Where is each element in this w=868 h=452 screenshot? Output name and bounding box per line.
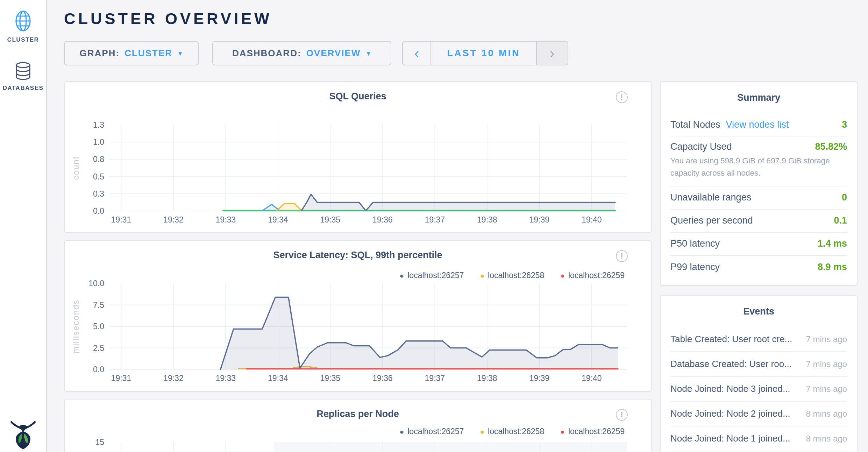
- events-title: Events: [670, 296, 847, 327]
- time-range-selector: ‹ LAST 10 MIN ›: [402, 41, 568, 65]
- list-item: Table Created: User root cre... 7 mins a…: [670, 327, 847, 352]
- svg-text:0.0: 0.0: [93, 365, 104, 374]
- svg-text:19:35: 19:35: [320, 215, 341, 224]
- sidebar: CLUSTER DATABASES: [0, 0, 47, 452]
- databases-icon: [15, 62, 31, 80]
- list-item: Database Created: User roo... 7 mins ago: [670, 352, 847, 377]
- toolbar: GRAPH: CLUSTER ▼ DASHBOARD: OVERVIEW ▼ ‹…: [64, 41, 568, 65]
- time-range-button[interactable]: LAST 10 MIN: [431, 42, 537, 65]
- svg-text:19:36: 19:36: [372, 374, 393, 383]
- dashboard-dropdown-value: OVERVIEW: [306, 48, 361, 59]
- svg-text:19:31: 19:31: [111, 215, 131, 224]
- svg-text:0.3: 0.3: [93, 189, 104, 198]
- svg-text:7.5: 7.5: [93, 301, 104, 310]
- main-content: CLUSTER OVERVIEW GRAPH: CLUSTER ▼ DASHBO…: [47, 0, 868, 452]
- svg-text:0.5: 0.5: [93, 172, 104, 181]
- sql-queries-chart: 19:3119:3219:3319:3419:3519:3619:3719:38…: [65, 82, 652, 234]
- svg-text:10.0: 10.0: [88, 279, 104, 288]
- svg-text:0.0: 0.0: [93, 206, 104, 216]
- summary-value: 0: [842, 192, 847, 203]
- summary-row-capacity-used: Capacity Used 85.82% You are using 598.9…: [670, 136, 847, 186]
- svg-text:0.8: 0.8: [93, 155, 104, 164]
- svg-text:19:34: 19:34: [268, 215, 288, 224]
- svg-text:19:36: 19:36: [372, 215, 393, 224]
- summary-row-p99-latency: P99 latency 8.9 ms: [670, 256, 847, 279]
- list-item: Node Joined: Node 2 joined... 8 mins ago: [670, 402, 847, 426]
- summary-row-unavailable-ranges: Unavailable ranges 0: [670, 186, 847, 210]
- summary-value: 0.1: [834, 215, 847, 226]
- view-nodes-list-link[interactable]: View nodes list: [726, 119, 789, 130]
- sidebar-item-databases[interactable]: DATABASES: [0, 62, 46, 92]
- list-item: Node Joined: Node 1 joined... 8 mins ago: [670, 426, 847, 451]
- svg-text:19:39: 19:39: [529, 215, 550, 224]
- svg-text:19:40: 19:40: [582, 215, 602, 224]
- chevron-down-icon: ▼: [365, 50, 371, 57]
- time-forward-button[interactable]: ›: [537, 42, 568, 65]
- graph-dropdown[interactable]: GRAPH: CLUSTER ▼: [64, 41, 199, 65]
- svg-text:1.0: 1.0: [93, 137, 104, 147]
- graph-dropdown-label: GRAPH:: [79, 48, 120, 59]
- capacity-caption: You are using 598.9 GiB of 697.9 GiB sto…: [670, 155, 847, 179]
- page-title: CLUSTER OVERVIEW: [64, 10, 272, 28]
- dashboard-dropdown[interactable]: DASHBOARD: OVERVIEW ▼: [212, 41, 391, 65]
- replicas-per-node-chart: 1510: [65, 400, 652, 452]
- svg-text:19:32: 19:32: [163, 374, 184, 383]
- svg-text:19:40: 19:40: [582, 374, 602, 383]
- summary-value: 3: [842, 119, 847, 130]
- svg-text:count: count: [71, 156, 80, 180]
- sidebar-item-cluster[interactable]: CLUSTER: [0, 10, 46, 43]
- svg-text:19:37: 19:37: [425, 374, 445, 383]
- list-item: Node Joined: Node 3 joined... 7 mins ago: [670, 377, 847, 402]
- chevron-left-icon: ‹: [414, 45, 419, 61]
- globe-icon: [15, 10, 31, 32]
- svg-text:19:32: 19:32: [163, 215, 184, 224]
- svg-text:milliseconds: milliseconds: [71, 299, 80, 354]
- summary-row-p50-latency: P50 latency 1.4 ms: [670, 233, 847, 256]
- sidebar-item-label: DATABASES: [0, 85, 46, 92]
- svg-text:19:34: 19:34: [268, 374, 288, 383]
- svg-text:5.0: 5.0: [93, 322, 104, 331]
- service-latency-chart: 19:3119:3219:3319:3419:3519:3619:3719:38…: [65, 241, 652, 393]
- summary-value: 8.9 ms: [818, 262, 847, 273]
- replicas-per-node-card: Replicas per Node ! ● localhost:26257 ● …: [64, 399, 652, 452]
- graph-dropdown-value: CLUSTER: [124, 48, 172, 59]
- summary-value: 85.82%: [815, 141, 847, 152]
- time-back-button[interactable]: ‹: [403, 42, 431, 65]
- svg-text:19:35: 19:35: [320, 374, 341, 383]
- chevron-right-icon: ›: [550, 45, 554, 61]
- svg-text:19:38: 19:38: [477, 374, 497, 383]
- chevron-down-icon: ▼: [177, 50, 183, 57]
- cockroachdb-logo: [9, 419, 37, 450]
- svg-text:19:39: 19:39: [529, 374, 550, 383]
- sql-queries-card: SQL Queries ! 19:3119:3219:3319:3419:351…: [64, 81, 652, 233]
- svg-text:19:33: 19:33: [216, 215, 236, 224]
- svg-text:19:38: 19:38: [477, 215, 497, 224]
- summary-row-total-nodes: Total Nodes View nodes list 3: [670, 113, 847, 136]
- svg-text:19:37: 19:37: [425, 215, 445, 224]
- service-latency-card: Service Latency: SQL, 99th percentile ! …: [64, 240, 652, 392]
- dashboard-dropdown-label: DASHBOARD:: [232, 48, 301, 59]
- svg-text:19:33: 19:33: [216, 374, 236, 383]
- summary-value: 1.4 ms: [818, 238, 847, 249]
- summary-panel: Summary Total Nodes View nodes list 3 Ca…: [660, 81, 858, 286]
- svg-text:1.3: 1.3: [93, 120, 104, 129]
- svg-text:15: 15: [95, 438, 104, 447]
- svg-text:2.5: 2.5: [93, 344, 104, 353]
- cluster-overview-page: { "sidebar": { "items": [ { "label": "CL…: [0, 0, 868, 452]
- events-panel: Events Table Created: User root cre... 7…: [660, 295, 858, 452]
- sidebar-item-label: CLUSTER: [0, 36, 46, 43]
- summary-title: Summary: [670, 82, 847, 113]
- svg-text:19:31: 19:31: [111, 374, 131, 383]
- summary-row-queries-per-second: Queries per second 0.1: [670, 210, 847, 233]
